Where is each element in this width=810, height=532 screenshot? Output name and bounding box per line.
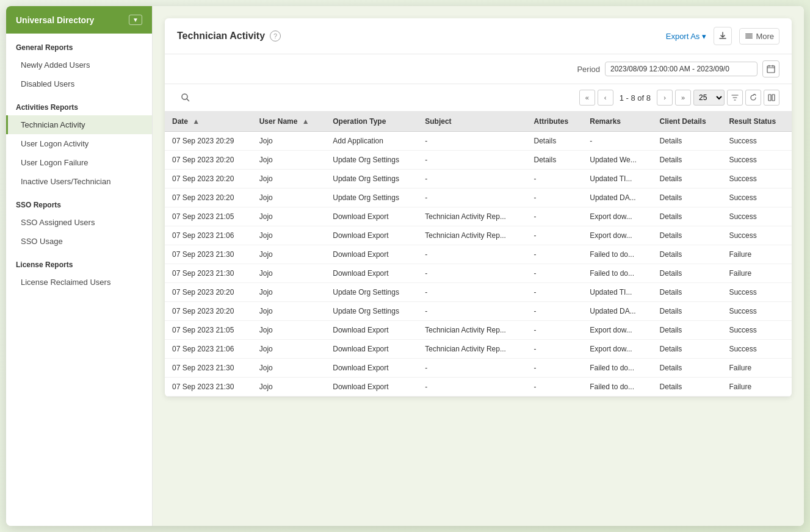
table-row: 07 Sep 2023 20:20 Jojo Update Org Settin… — [165, 302, 792, 321]
cell-client[interactable]: Details — [653, 226, 722, 245]
section-activities-reports: Activities Reports — [6, 93, 152, 115]
cell-date: 07 Sep 2023 20:20 — [165, 302, 252, 321]
sidebar-item-disabled-users[interactable]: Disabled Users — [6, 74, 152, 93]
cell-client[interactable]: Details — [653, 189, 722, 207]
cell-attributes: - — [527, 321, 583, 340]
cell-attributes: - — [527, 189, 583, 207]
cell-client[interactable]: Details — [653, 283, 722, 302]
cell-subject: - — [418, 359, 526, 378]
cell-username[interactable]: Jojo — [252, 359, 326, 378]
report-title-area: Technician Activity ? — [177, 31, 281, 41]
download-icon-button[interactable] — [714, 27, 732, 45]
cell-status: Success — [721, 207, 792, 226]
cell-subject: - — [418, 170, 526, 189]
cell-username[interactable]: Jojo — [252, 151, 326, 170]
cell-client[interactable]: Details — [653, 340, 722, 359]
cell-username[interactable]: Jojo — [252, 132, 326, 151]
col-status[interactable]: Result Status — [721, 112, 792, 132]
cell-username[interactable]: Jojo — [252, 340, 326, 359]
cell-username[interactable]: Jojo — [252, 283, 326, 302]
col-client[interactable]: Client Details — [653, 112, 722, 132]
cell-date: 07 Sep 2023 21:30 — [165, 245, 252, 264]
cell-subject: Technician Activity Rep... — [418, 321, 526, 340]
sidebar-item-user-logon-failure[interactable]: User Logon Failure — [6, 153, 152, 172]
cell-attributes[interactable]: Details — [527, 151, 583, 170]
cell-operation: Download Export — [325, 340, 418, 359]
period-input[interactable] — [605, 62, 758, 76]
search-button[interactable] — [177, 89, 194, 106]
cell-username[interactable]: Jojo — [252, 264, 326, 283]
sidebar-item-technician-activity[interactable]: Technician Activity — [6, 115, 152, 134]
cell-status: Success — [721, 132, 792, 151]
col-remarks[interactable]: Remarks — [582, 112, 652, 132]
cell-username[interactable]: Jojo — [252, 378, 326, 397]
cell-attributes: - — [527, 378, 583, 397]
cell-client[interactable]: Details — [653, 321, 722, 340]
more-button[interactable]: More — [739, 28, 779, 45]
cell-remarks: Updated We... — [582, 151, 652, 170]
col-username[interactable]: User Name ▲ — [252, 112, 326, 132]
sidebar-item-sso-assigned-users[interactable]: SSO Assigned Users — [6, 213, 152, 232]
cell-username[interactable]: Jojo — [252, 321, 326, 340]
cell-subject: - — [418, 189, 526, 207]
sidebar-item-user-logon-activity[interactable]: User Logon Activity — [6, 134, 152, 153]
cell-remarks: Failed to do... — [582, 264, 652, 283]
calendar-button[interactable] — [762, 60, 779, 77]
cell-username[interactable]: Jojo — [252, 302, 326, 321]
sidebar-title: Universal Directory — [16, 15, 94, 25]
svg-rect-5 — [768, 95, 771, 101]
cell-date: 07 Sep 2023 20:20 — [165, 151, 252, 170]
table-row: 07 Sep 2023 20:20 Jojo Update Org Settin… — [165, 189, 792, 207]
cell-client[interactable]: Details — [653, 264, 722, 283]
table-row: 07 Sep 2023 20:20 Jojo Update Org Settin… — [165, 170, 792, 189]
next-page-button[interactable]: › — [657, 90, 673, 106]
export-button[interactable]: Export As ▾ — [666, 32, 707, 41]
cell-operation: Update Org Settings — [325, 283, 418, 302]
cell-username[interactable]: Jojo — [252, 170, 326, 189]
cell-attributes: - — [527, 264, 583, 283]
cell-username[interactable]: Jojo — [252, 189, 326, 207]
table-row: 07 Sep 2023 21:30 Jojo Download Export -… — [165, 378, 792, 397]
cell-client[interactable]: Details — [653, 245, 722, 264]
cell-username[interactable]: Jojo — [252, 226, 326, 245]
cell-client[interactable]: Details — [653, 302, 722, 321]
sidebar-item-sso-usage[interactable]: SSO Usage — [6, 232, 152, 251]
cell-client[interactable]: Details — [653, 378, 722, 397]
cell-username[interactable]: Jojo — [252, 207, 326, 226]
cell-subject: - — [418, 378, 526, 397]
table-row: 07 Sep 2023 21:05 Jojo Download Export T… — [165, 207, 792, 226]
cell-client[interactable]: Details — [653, 132, 722, 151]
cell-username[interactable]: Jojo — [252, 245, 326, 264]
cell-client[interactable]: Details — [653, 170, 722, 189]
section-sso-reports: SSO Reports — [6, 191, 152, 213]
sidebar-item-newly-added-users[interactable]: Newly Added Users — [6, 56, 152, 74]
cell-status: Success — [721, 321, 792, 340]
sidebar-item-inactive-users-technician[interactable]: Inactive Users/Technician — [6, 172, 152, 191]
cell-date: 07 Sep 2023 21:06 — [165, 226, 252, 245]
prev-page-button[interactable]: ‹ — [598, 90, 613, 106]
cell-remarks: Updated DA... — [582, 189, 652, 207]
help-icon[interactable]: ? — [270, 31, 281, 41]
cell-attributes: - — [527, 170, 583, 189]
cell-client[interactable]: Details — [653, 207, 722, 226]
report-actions: Export As ▾ More — [666, 27, 779, 45]
cell-client[interactable]: Details — [653, 359, 722, 378]
per-page-select[interactable]: 25 50 100 — [693, 90, 725, 106]
filter-button[interactable] — [727, 90, 743, 106]
cell-status: Failure — [721, 378, 792, 397]
refresh-button[interactable] — [745, 90, 761, 106]
first-page-button[interactable]: « — [579, 90, 595, 106]
col-attributes[interactable]: Attributes — [527, 112, 583, 132]
sidebar-header[interactable]: Universal Directory ▼ — [6, 6, 152, 34]
columns-button[interactable] — [764, 90, 779, 106]
cell-status: Failure — [721, 264, 792, 283]
col-subject[interactable]: Subject — [418, 112, 526, 132]
cell-client[interactable]: Details — [653, 151, 722, 170]
section-general-reports: General Reports — [6, 34, 152, 56]
last-page-button[interactable]: » — [675, 90, 691, 106]
col-date[interactable]: Date ▲ — [165, 112, 252, 132]
cell-remarks: Export dow... — [582, 321, 652, 340]
sidebar-item-license-reclaimed-users[interactable]: License Reclaimed Users — [6, 273, 152, 292]
col-operation[interactable]: Operation Type — [325, 112, 418, 132]
cell-attributes[interactable]: Details — [527, 132, 583, 151]
